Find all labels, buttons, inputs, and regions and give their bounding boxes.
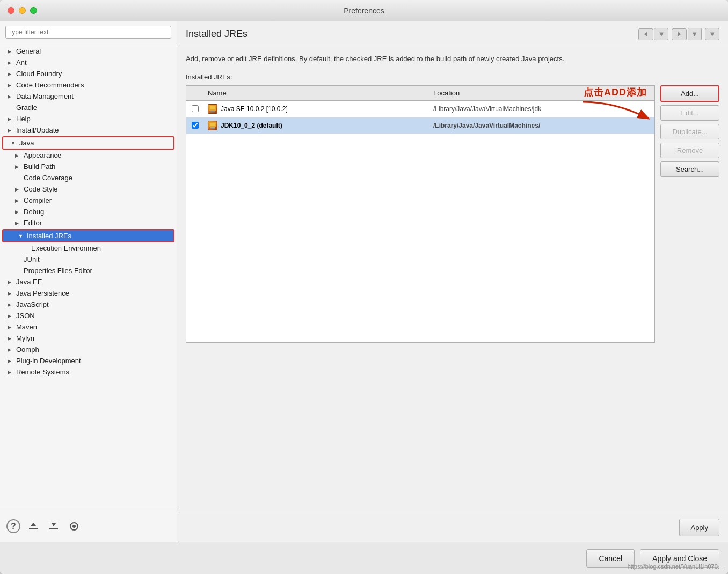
panel-header: Installed JREs ▼ ▼ ▼	[177, 21, 728, 45]
sidebar-item-label: Code Recommenders	[16, 81, 84, 89]
duplicate-button[interactable]: Duplicate...	[660, 124, 719, 139]
sidebar-item-label: Plug-in Development	[16, 357, 81, 365]
cancel-button[interactable]: Cancel	[586, 549, 635, 568]
arrow-icon: ▶	[8, 358, 14, 364]
export-icon[interactable]	[46, 519, 61, 534]
arrow-icon: ▶	[15, 209, 21, 215]
remove-button[interactable]: Remove	[660, 143, 719, 158]
jre-table-area: Name Location	[186, 85, 719, 343]
sidebar-item-java-debug[interactable]: ▶ Debug	[0, 206, 177, 217]
sidebar-item-java-appearance[interactable]: ▶ Appearance	[0, 150, 177, 161]
add-button[interactable]: Add...	[660, 85, 719, 102]
sidebar-item-label: JUnit	[24, 255, 40, 263]
sidebar-item-label: Appearance	[24, 151, 61, 159]
row-checkbox[interactable]	[186, 105, 203, 112]
arrow-icon: ▶	[8, 128, 14, 133]
arrow-icon: ▶	[8, 325, 14, 330]
sidebar-item-label: Code Coverage	[24, 174, 72, 182]
search-button[interactable]: Search...	[660, 161, 719, 177]
sidebar-item-java-code-coverage[interactable]: Code Coverage	[0, 172, 177, 183]
jre-checkbox-1[interactable]	[192, 105, 199, 112]
sidebar-item-data-management[interactable]: ▶ Data Management	[0, 91, 177, 102]
sidebar-item-exec-env[interactable]: Execution Environmen	[0, 242, 177, 254]
sidebar-item-java-code-style[interactable]: ▶ Code Style	[0, 183, 177, 195]
sidebar-item-java-editor[interactable]: ▶ Editor	[0, 217, 177, 229]
svg-rect-0	[29, 528, 38, 529]
sidebar-bottom-bar: ?	[0, 510, 177, 542]
edit-button[interactable]: Edit...	[660, 105, 719, 121]
table-row[interactable]: Java SE 10.0.2 [10.0.2] /Library/Java/Ja…	[186, 101, 654, 117]
sidebar-item-label: General	[16, 47, 41, 55]
arrow-icon: ▶	[8, 49, 14, 54]
sidebar-item-java-persistence[interactable]: ▶ Java Persistence	[0, 288, 177, 299]
arrow-icon: ▶	[8, 116, 14, 122]
sidebar-item-installed-jres[interactable]: ▼ Installed JREs	[3, 230, 173, 241]
nav-back-button[interactable]	[638, 28, 653, 40]
sidebar-item-cloud-foundry[interactable]: ▶ Cloud Foundry	[0, 68, 177, 79]
sidebar-item-oomph[interactable]: ▶ Oomph	[0, 344, 177, 355]
name-col-header: Name	[203, 88, 429, 98]
arrow-icon: ▼	[11, 141, 17, 146]
sidebar-item-java-build-path[interactable]: ▶ Build Path	[0, 161, 177, 172]
arrow-icon: ▶	[8, 336, 14, 341]
jre-checkbox-2[interactable]	[192, 122, 199, 129]
sidebar-item-help[interactable]: ▶ Help	[0, 113, 177, 124]
sidebar-item-label: Install/Update	[16, 126, 59, 134]
filter-area	[0, 21, 177, 43]
sidebar-item-maven[interactable]: ▶ Maven	[0, 321, 177, 333]
sidebar-item-label: Debug	[24, 208, 44, 216]
arrow-icon: ▶	[8, 291, 14, 296]
revert-icon[interactable]	[67, 519, 82, 534]
sidebar-item-ant[interactable]: ▶ Ant	[0, 57, 177, 68]
preference-tree: ▶ General ▶ Ant ▶ Cloud Foundry ▶ Code R…	[0, 43, 177, 510]
row-name: Java SE 10.0.2 [10.0.2]	[203, 103, 429, 115]
sidebar-item-label: JSON	[16, 312, 35, 320]
sidebar-item-label: Data Management	[16, 92, 74, 100]
sidebar-item-label: Code Style	[24, 185, 58, 193]
minimize-button[interactable]	[19, 7, 26, 14]
row-checkbox[interactable]	[186, 122, 203, 129]
sidebar-item-java-compiler[interactable]: ▶ Compiler	[0, 195, 177, 206]
sidebar-item-remote-systems[interactable]: ▶ Remote Systems	[0, 366, 177, 378]
window-title: Preferences	[344, 6, 384, 15]
maximize-button[interactable]	[30, 7, 37, 14]
svg-marker-8	[644, 32, 647, 37]
apply-button[interactable]: Apply	[679, 519, 719, 536]
apply-area: Apply	[177, 513, 728, 542]
arrow-icon: ▶	[8, 94, 14, 99]
close-button[interactable]	[8, 7, 14, 14]
nav-back-dropdown[interactable]: ▼	[654, 28, 668, 40]
help-icon[interactable]: ?	[6, 519, 20, 533]
arrow-icon: ▶	[8, 71, 14, 77]
arrow-icon: ▶	[8, 279, 14, 285]
row-location: /Library/Java/JavaVirtualMachines/jdk	[429, 104, 654, 114]
nav-forward-dropdown[interactable]: ▼	[688, 28, 702, 40]
sidebar-item-json[interactable]: ▶ JSON	[0, 310, 177, 321]
apply-close-button[interactable]: Apply and Close	[640, 549, 719, 568]
sidebar-item-general[interactable]: ▶ General	[0, 46, 177, 57]
sidebar-item-label: Help	[16, 115, 31, 123]
jre-action-buttons: Add... Edit... Duplicate... Remove Searc…	[660, 85, 719, 343]
sidebar-item-java[interactable]: ▼ Java	[3, 137, 173, 149]
sidebar-item-code-recommenders[interactable]: ▶ Code Recommenders	[0, 79, 177, 91]
import-icon[interactable]	[26, 519, 41, 534]
sidebar-item-props-editor[interactable]: Properties Files Editor	[0, 265, 177, 276]
nav-forward-button[interactable]	[672, 28, 687, 40]
sidebar-item-javascript[interactable]: ▶ JavaScript	[0, 299, 177, 310]
panel-menu-button[interactable]: ▼	[705, 28, 719, 40]
table-row[interactable]: JDK10_0_2 (default) /Library/Java/JavaVi…	[186, 117, 654, 134]
sidebar-item-gradle[interactable]: Gradle	[0, 102, 177, 113]
row-name: JDK10_0_2 (default)	[203, 120, 429, 131]
svg-rect-13	[210, 111, 215, 111]
sidebar-item-label: Installed JREs	[27, 232, 71, 240]
arrow-icon: ▶	[8, 347, 14, 352]
sidebar-item-install-update[interactable]: ▶ Install/Update	[0, 124, 177, 136]
sidebar-item-java-ee[interactable]: ▶ Java EE	[0, 276, 177, 288]
sidebar-item-label: Java Persistence	[16, 289, 69, 297]
table-body: Java SE 10.0.2 [10.0.2] /Library/Java/Ja…	[186, 101, 654, 342]
filter-input[interactable]	[5, 26, 171, 39]
sidebar-item-mylyn[interactable]: ▶ Mylyn	[0, 333, 177, 344]
arrow-icon: ▶	[8, 370, 14, 375]
sidebar-item-junit[interactable]: JUnit	[0, 254, 177, 265]
sidebar-item-plugin-dev[interactable]: ▶ Plug-in Development	[0, 355, 177, 366]
